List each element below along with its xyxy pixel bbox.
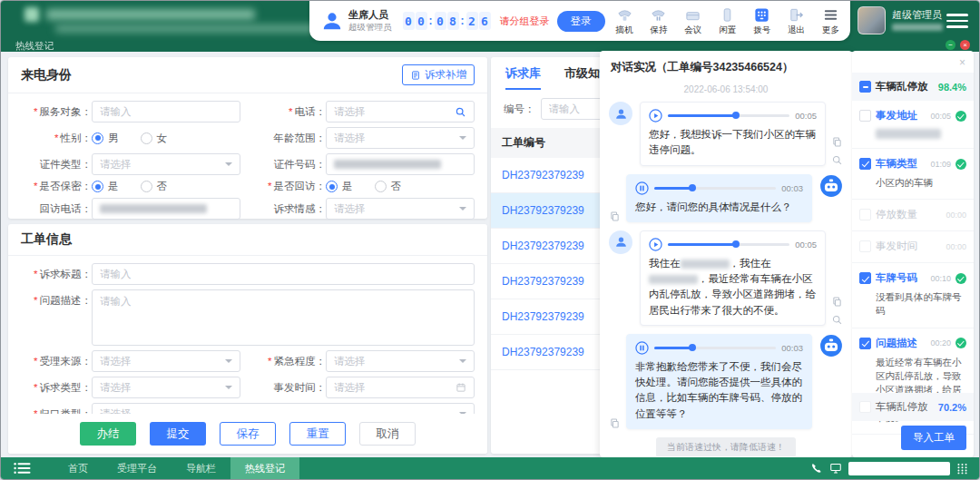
pause-icon[interactable] — [635, 341, 649, 355]
search-icon[interactable] — [831, 314, 843, 326]
confidence-score: 98.4% — [938, 82, 966, 93]
save-button[interactable]: 保存 — [220, 422, 276, 446]
id-type-placeholder: 请选择 — [100, 158, 132, 171]
urgency-placeholder: 请选择 — [334, 355, 366, 368]
submit-button[interactable]: 提交 — [150, 422, 206, 446]
field-checkbox[interactable] — [859, 209, 871, 220]
copy-icon[interactable] — [609, 417, 621, 429]
phone-select[interactable]: 请选择 — [326, 101, 475, 122]
message-text: 您好，请问您的具体情况是什么？ — [635, 200, 803, 215]
service-target-input[interactable] — [92, 101, 240, 122]
minimize-icon[interactable]: − — [946, 40, 956, 50]
secret-yes-radio[interactable] — [92, 181, 103, 192]
menu-hamburger-icon[interactable] — [946, 14, 968, 32]
field-label: 车牌号码 — [876, 271, 926, 285]
bottom-tab-navigation[interactable]: 导航栏 — [172, 457, 230, 479]
audio-progress-bar[interactable] — [654, 347, 776, 349]
id-type-select[interactable]: 请选择 — [92, 153, 240, 175]
search-icon[interactable] — [455, 106, 466, 118]
conference-icon — [684, 6, 701, 24]
message-bot: 00:03 您好，请问您的具体情况是什么？ — [609, 174, 843, 222]
callback-no-radio[interactable] — [375, 181, 387, 192]
import-work-order-button[interactable]: 导入工单 — [901, 426, 966, 450]
dialpad-grid-icon[interactable] — [956, 463, 968, 475]
category-checkbox[interactable] — [859, 401, 871, 413]
gender-female-radio[interactable] — [141, 132, 152, 144]
finish-button[interactable]: 办结 — [80, 422, 136, 446]
user-avatar[interactable] — [858, 6, 886, 34]
bottom-tab-acceptance-platform[interactable]: 受理平台 — [103, 457, 172, 479]
field-checkbox[interactable] — [859, 338, 871, 349]
tool-hold[interactable]: 保持 — [650, 6, 667, 36]
form-actions: 办结 提交 保存 重置 取消 — [8, 414, 487, 454]
callback-phone-label: 回访电话： — [40, 203, 93, 214]
address-blurred-value — [876, 129, 941, 139]
check-circle-icon — [956, 159, 966, 170]
task-list-icon[interactable] — [14, 462, 32, 475]
appeal-supplement-button[interactable]: 诉求补增 — [402, 64, 475, 85]
emotion-select[interactable]: 请选择 — [326, 198, 475, 220]
play-icon[interactable] — [649, 109, 662, 122]
quick-dial-input[interactable] — [848, 462, 950, 475]
appeal-type-select[interactable]: 请选择 — [92, 377, 240, 398]
close-icon[interactable]: × — [959, 56, 965, 69]
secret-no-radio[interactable] — [141, 181, 152, 192]
bottom-tab-home[interactable]: 首页 — [54, 457, 103, 479]
close-window-icon[interactable]: × — [960, 40, 970, 50]
chevron-down-icon — [459, 207, 466, 214]
copy-icon[interactable] — [831, 296, 843, 308]
required-mark: * — [289, 106, 292, 117]
page-tab-label: 热线登记 — [15, 40, 54, 53]
field-checkbox[interactable] — [859, 240, 871, 252]
pause-icon[interactable] — [635, 181, 649, 195]
required-mark: * — [34, 356, 37, 367]
monitor-icon[interactable] — [829, 462, 842, 475]
reset-button[interactable]: 重置 — [289, 422, 346, 446]
incident-time-picker[interactable]: 请选择 — [326, 377, 475, 398]
message-text: 我住在，我住在，最近经常有车辆在小区内乱停乱放，导致小区道路拥堵，给居民出行带来… — [649, 256, 817, 318]
search-icon[interactable] — [831, 154, 843, 166]
secret-no-label: 否 — [157, 180, 168, 193]
copy-icon[interactable] — [609, 211, 621, 222]
tool-offhook[interactable]: 摘机 — [616, 6, 633, 36]
tool-dial[interactable]: 拨号 — [753, 6, 770, 36]
field-checkbox[interactable] — [859, 158, 871, 170]
urgency-select[interactable]: 请选择 — [326, 350, 475, 372]
login-button[interactable]: 登录 — [557, 11, 605, 32]
tool-idle[interactable]: 闲置 — [719, 6, 736, 36]
appeal-type-label: 诉求类型： — [40, 382, 93, 393]
audio-progress-bar[interactable] — [668, 243, 789, 246]
age-range-select[interactable]: 请选择 — [326, 127, 475, 149]
cancel-button[interactable]: 取消 — [359, 422, 416, 446]
source-select[interactable]: 请选择 — [92, 350, 240, 372]
category-checkbox[interactable] — [859, 81, 871, 93]
audio-progress-bar[interactable] — [654, 187, 776, 190]
audio-progress-bar[interactable] — [668, 114, 789, 117]
problem-desc-textarea[interactable]: 请输入 — [92, 289, 475, 346]
callback-phone-input[interactable] — [92, 198, 240, 220]
field-incident-time: 事发时间 00:00 — [852, 231, 974, 263]
phone-icon[interactable] — [810, 462, 823, 475]
appeal-title-input[interactable] — [92, 263, 475, 285]
field-checkbox[interactable] — [859, 110, 871, 122]
gender-male-radio[interactable] — [92, 132, 103, 144]
tab-appeal-library[interactable]: 诉求库 — [505, 65, 541, 90]
field-checkbox[interactable] — [859, 272, 871, 284]
problem-desc-label: 问题描述： — [40, 295, 93, 306]
document-icon — [410, 70, 421, 81]
play-icon[interactable] — [649, 238, 662, 251]
callback-phone-blurred-value — [100, 204, 207, 213]
timer-digit: 0 — [435, 12, 446, 30]
check-circle-icon — [956, 273, 966, 284]
caller-avatar-icon — [609, 230, 632, 254]
secret-label: 是否保密： — [40, 181, 93, 191]
tool-exit[interactable]: 退出 — [788, 6, 805, 36]
message-caller: 00:05 您好，我想投诉一下我们小区的车辆违停问题。 — [609, 102, 843, 166]
tool-conference[interactable]: 会议 — [684, 6, 701, 36]
callback-yes-radio[interactable] — [326, 181, 338, 192]
bottom-tab-hotline-registration[interactable]: 热线登记 — [230, 457, 299, 479]
copy-icon[interactable] — [831, 136, 843, 148]
id-number-input[interactable] — [326, 153, 475, 175]
tool-more[interactable]: 更多 — [822, 6, 839, 36]
required-mark: * — [34, 295, 37, 306]
